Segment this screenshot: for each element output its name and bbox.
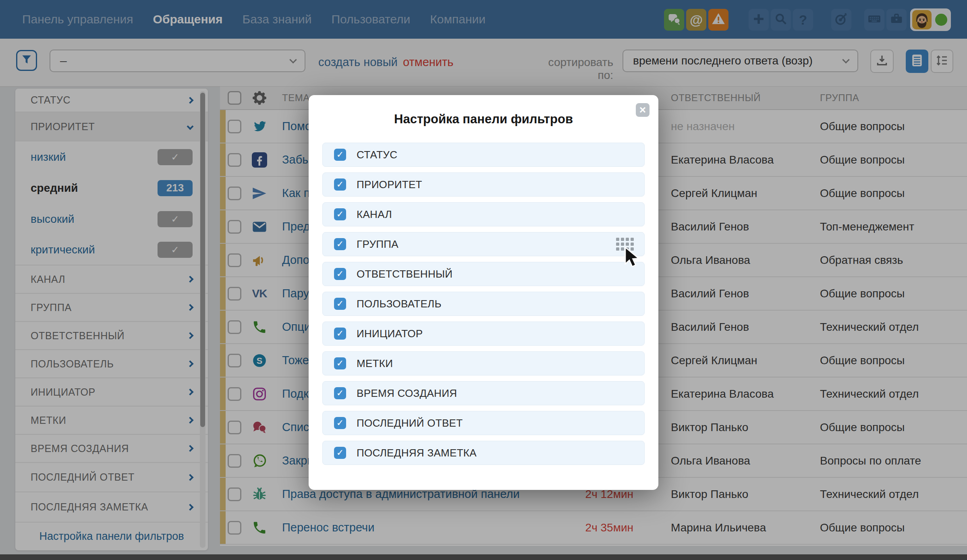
checkbox-checked[interactable]: ✓ [334,268,346,280]
checkbox-checked[interactable]: ✓ [334,298,346,310]
checkbox-checked[interactable]: ✓ [334,357,346,369]
checkbox-checked[interactable]: ✓ [334,447,346,459]
modal-item-label: ПРИОРИТЕТ [357,178,422,191]
modal-item-label: ВРЕМЯ СОЗДАНИЯ [357,387,457,400]
checkbox-checked[interactable]: ✓ [334,208,346,220]
checkbox-checked[interactable]: ✓ [334,417,346,429]
modal-item-user[interactable]: ✓ ПОЛЬЗОВАТЕЛЬ [322,292,645,316]
modal-item-last-note[interactable]: ✓ ПОСЛЕДНЯЯ ЗАМЕТКА [322,441,645,465]
modal-title: Настройка панели фильтров [309,112,658,127]
drag-handle-icon[interactable] [616,238,634,251]
checkbox-checked[interactable]: ✓ [334,328,346,340]
modal-item-label: МЕТКИ [357,357,393,370]
close-icon[interactable]: × [636,103,650,117]
modal-item-status[interactable]: ✓ СТАТУС [322,143,645,167]
modal-item-label: ОТВЕТСТВЕННЫЙ [357,268,452,280]
modal-item-label: КАНАЛ [357,208,392,221]
modal-item-last-reply[interactable]: ✓ ПОСЛЕДНИЙ ОТВЕТ [322,411,645,435]
modal-item-label: ПОСЛЕДНИЙ ОТВЕТ [357,417,463,429]
checkbox-checked[interactable]: ✓ [334,238,346,250]
checkbox-checked[interactable]: ✓ [334,178,346,191]
modal-checkbox-list: ✓ СТАТУС ✓ ПРИОРИТЕТ ✓ КАНАЛ ✓ ГРУППА ✓ … [322,143,645,471]
modal-item-label: СТАТУС [357,149,397,161]
modal-item-label: ПОЛЬЗОВАТЕЛЬ [357,298,442,310]
modal-item-responsible[interactable]: ✓ ОТВЕТСТВЕННЫЙ [322,262,645,286]
modal-item-initiator[interactable]: ✓ ИНИЦИАТОР [322,321,645,346]
checkbox-checked[interactable]: ✓ [334,387,346,399]
modal-item-label: ПОСЛЕДНЯЯ ЗАМЕТКА [357,447,477,459]
checkbox-checked[interactable]: ✓ [334,149,346,161]
modal-item-priority[interactable]: ✓ ПРИОРИТЕТ [322,172,645,197]
filter-panel-settings-modal: × Настройка панели фильтров ✓ СТАТУС ✓ П… [309,95,658,490]
modal-item-label: ГРУППА [357,238,398,251]
modal-item-channel[interactable]: ✓ КАНАЛ [322,202,645,226]
modal-item-created[interactable]: ✓ ВРЕМЯ СОЗДАНИЯ [322,381,645,405]
modal-item-group[interactable]: ✓ ГРУППА [322,232,645,256]
modal-item-label: ИНИЦИАТОР [357,328,423,340]
modal-item-tags[interactable]: ✓ МЕТКИ [322,351,645,375]
